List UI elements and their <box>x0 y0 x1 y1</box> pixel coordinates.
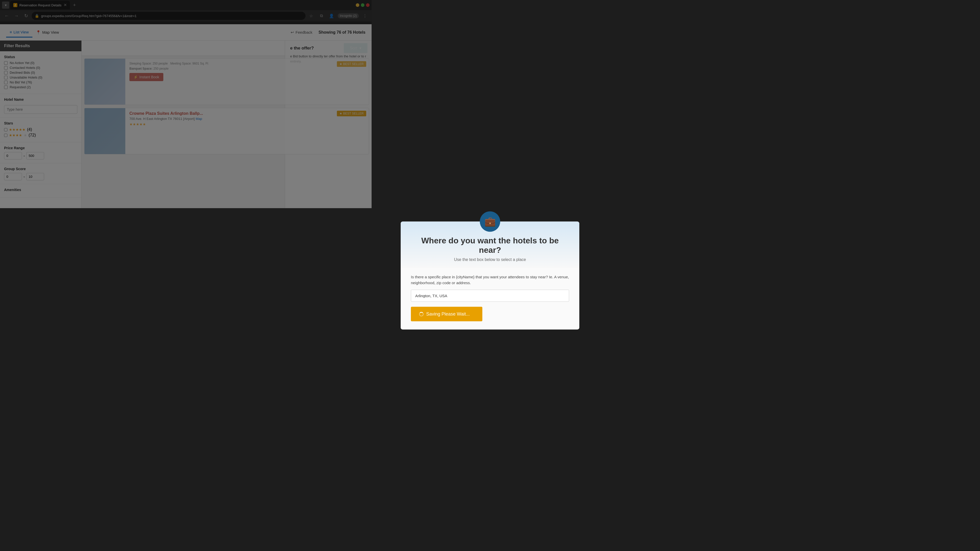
modal-overlay[interactable] <box>0 0 372 208</box>
